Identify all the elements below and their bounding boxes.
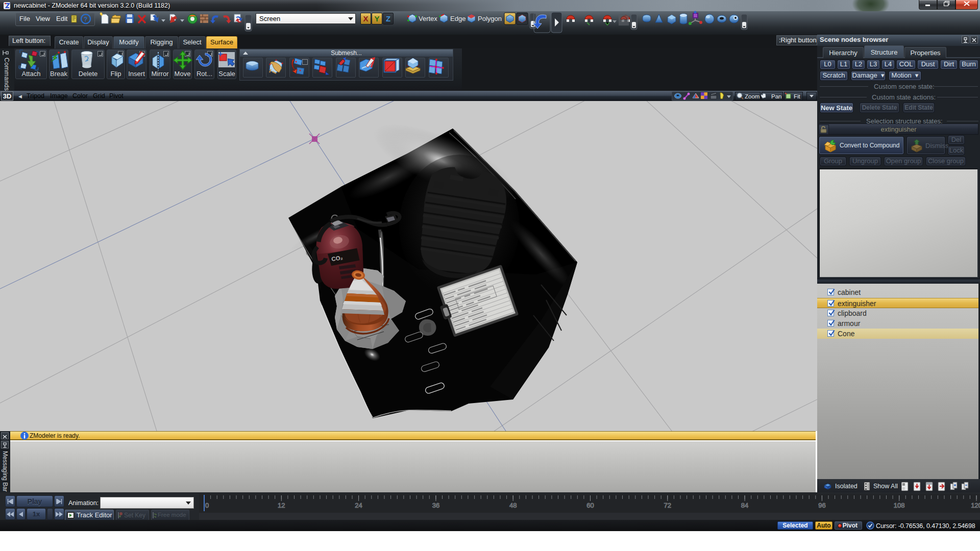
svg-text:36: 36	[432, 502, 439, 509]
svg-text:0: 0	[205, 502, 209, 509]
svg-text:96: 96	[818, 502, 825, 509]
svg-text:72: 72	[664, 502, 671, 509]
svg-text:12: 12	[278, 502, 285, 509]
svg-text:84: 84	[741, 502, 748, 509]
svg-text:24: 24	[355, 502, 362, 509]
svg-text:60: 60	[586, 502, 594, 509]
svg-text:48: 48	[509, 502, 517, 509]
svg-text:108: 108	[894, 502, 905, 509]
svg-text:120: 120	[971, 502, 980, 509]
